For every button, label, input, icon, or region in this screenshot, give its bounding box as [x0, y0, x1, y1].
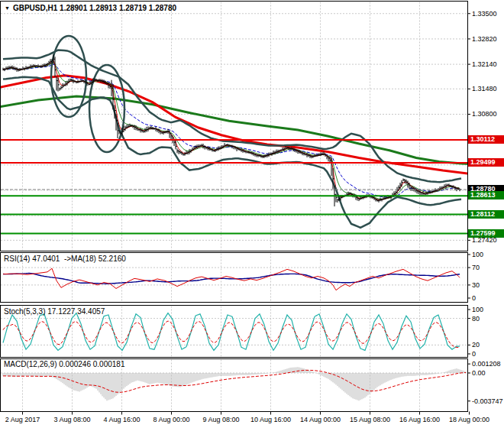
ohlc-readout: 1.28901 1.28913 1.28719 1.28780: [60, 4, 176, 12]
time-axis-label: 4 Aug 16:00: [103, 416, 140, 423]
rsi-tick-label: 100: [472, 251, 483, 258]
time-axis-label: 8 Aug 00:00: [153, 416, 189, 423]
time-axis-label: 18 Aug 00:00: [449, 416, 489, 423]
price-level-badge-green: 1.28613: [468, 191, 504, 199]
price-level-badge-red: 1.30112: [468, 135, 504, 144]
symbol-name: GBPUSD,H1: [13, 4, 57, 12]
rsi-tick-label: 30: [472, 281, 480, 289]
stoch-tick-label: 20: [472, 341, 480, 349]
macd-tick-label: 0.001208: [472, 360, 501, 368]
time-axis-label: 9 Aug 08:00: [202, 416, 239, 423]
rsi-tick-label: 70: [472, 264, 480, 271]
stoch-tick-label: 100: [472, 306, 483, 313]
price-level-badge-green: 1.28112: [468, 210, 504, 219]
dropdown-arrow-icon[interactable]: ▼: [5, 5, 10, 11]
stoch-tick-label: 0: [472, 350, 476, 358]
time-axis-label: 16 Aug 16:00: [399, 416, 440, 423]
price-tick-label: 1.32820: [472, 35, 497, 43]
price-level-badge-red: 1.29499: [468, 158, 504, 167]
time-axis-label: 2 Aug 2017: [5, 416, 40, 423]
price-tick-label: 1.33500: [472, 10, 497, 18]
stoch-tick-label: 80: [472, 315, 480, 323]
price-tick-label: 1.32140: [472, 60, 497, 68]
trading-chart-window: { "window": { "title_symbol": "GBPUSD,H1…: [0, 0, 504, 428]
price-tick-label: 1.31480: [472, 85, 497, 92]
macd-indicator-label: MACD(12,26,9) 0.000246 0.000181: [4, 360, 124, 368]
time-axis-label: 10 Aug 16:00: [250, 416, 291, 423]
price-tick-label: 1.27420: [472, 236, 497, 244]
rsi-indicator-label: RSI(14) 47.0401 ->MA(18) 52.2160: [4, 255, 126, 263]
macd-tick-label: -0.003747: [472, 397, 503, 405]
rsi-tick-label: 0: [472, 294, 476, 302]
stoch-indicator-label: Stoch(5,3,3) 17.1227 34.4057: [4, 307, 105, 316]
macd-tick-label: 0.00: [472, 369, 486, 377]
time-axis-label: 3 Aug 08:00: [53, 416, 90, 423]
symbol-title[interactable]: ▼GBPUSD,H1 1.28901 1.28913 1.28719 1.287…: [5, 4, 176, 12]
time-axis-label: 15 Aug 08:00: [350, 416, 390, 423]
time-axis-label: 14 Aug 00:00: [300, 416, 341, 423]
price-level-badge-green: 1.27599: [468, 229, 504, 238]
price-tick-label: 1.30800: [472, 110, 497, 118]
